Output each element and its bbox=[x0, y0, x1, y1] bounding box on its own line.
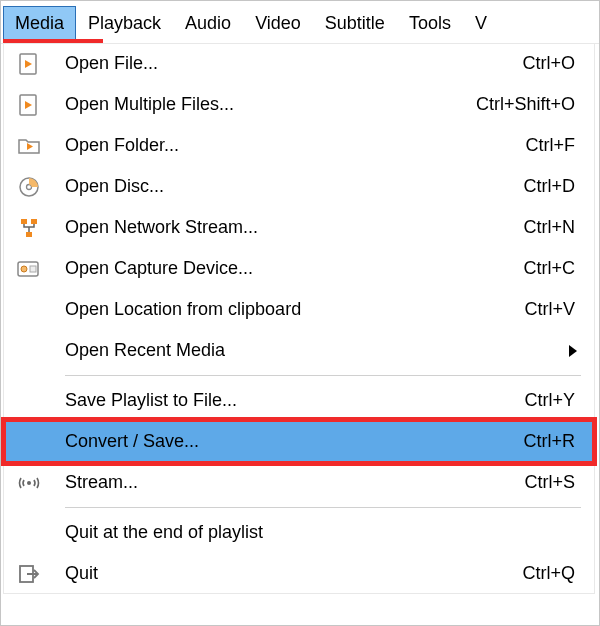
capture-icon bbox=[17, 257, 41, 281]
menu-label: Open Location from clipboard bbox=[65, 299, 524, 320]
menu-stream[interactable]: Stream... Ctrl+S bbox=[3, 462, 595, 503]
blank-icon bbox=[17, 339, 41, 363]
quit-icon bbox=[17, 562, 41, 586]
menu-shortcut: Ctrl+Shift+O bbox=[476, 94, 579, 115]
blank-icon bbox=[17, 521, 41, 545]
menu-subtitle[interactable]: Subtitle bbox=[313, 6, 397, 40]
menu-label: Stream... bbox=[65, 472, 524, 493]
svg-rect-12 bbox=[30, 266, 36, 272]
media-dropdown: Open File... Ctrl+O Open Multiple Files.… bbox=[3, 43, 595, 594]
svg-point-6 bbox=[27, 184, 32, 189]
window: Media Playback Audio Video Subtitle Tool… bbox=[0, 0, 600, 626]
menu-label: Open Multiple Files... bbox=[65, 94, 476, 115]
menu-convert-save[interactable]: Convert / Save... Ctrl+R bbox=[3, 421, 595, 462]
menu-playback[interactable]: Playback bbox=[76, 6, 173, 40]
menu-shortcut: Ctrl+C bbox=[523, 258, 579, 279]
menu-shortcut: Ctrl+D bbox=[523, 176, 579, 197]
svg-rect-9 bbox=[26, 232, 32, 237]
svg-point-14 bbox=[27, 481, 31, 485]
menu-open-folder[interactable]: Open Folder... Ctrl+F bbox=[3, 125, 595, 166]
menu-shortcut: Ctrl+V bbox=[524, 299, 579, 320]
file-play-icon bbox=[17, 93, 41, 117]
menu-label: Save Playlist to File... bbox=[65, 390, 524, 411]
menu-shortcut: Ctrl+N bbox=[523, 217, 579, 238]
submenu-arrow-icon bbox=[569, 345, 579, 357]
menu-label: Quit bbox=[65, 563, 522, 584]
menu-shortcut: Ctrl+O bbox=[522, 53, 579, 74]
blank-icon bbox=[17, 430, 41, 454]
menu-quit-end-playlist[interactable]: Quit at the end of playlist bbox=[3, 512, 595, 553]
menu-label: Quit at the end of playlist bbox=[65, 522, 575, 543]
svg-marker-13 bbox=[569, 345, 577, 357]
svg-rect-8 bbox=[31, 219, 37, 224]
svg-point-11 bbox=[21, 266, 27, 272]
svg-rect-7 bbox=[21, 219, 27, 224]
menu-open-disc[interactable]: Open Disc... Ctrl+D bbox=[3, 166, 595, 207]
stream-icon bbox=[17, 471, 41, 495]
network-icon bbox=[17, 216, 41, 240]
file-play-icon bbox=[17, 52, 41, 76]
menubar: Media Playback Audio Video Subtitle Tool… bbox=[1, 1, 599, 44]
menu-shortcut: Ctrl+R bbox=[523, 431, 579, 452]
menu-open-multiple-files[interactable]: Open Multiple Files... Ctrl+Shift+O bbox=[3, 84, 595, 125]
menu-shortcut: Ctrl+Y bbox=[524, 390, 579, 411]
menu-label: Convert / Save... bbox=[65, 431, 523, 452]
menu-media[interactable]: Media bbox=[3, 6, 76, 40]
menu-open-location-clipboard[interactable]: Open Location from clipboard Ctrl+V bbox=[3, 289, 595, 330]
separator bbox=[65, 507, 581, 508]
menu-trunc[interactable]: V bbox=[463, 6, 499, 40]
menu-open-recent-media[interactable]: Open Recent Media bbox=[3, 330, 595, 371]
menu-video[interactable]: Video bbox=[243, 6, 313, 40]
blank-icon bbox=[17, 389, 41, 413]
menu-open-capture-device[interactable]: Open Capture Device... Ctrl+C bbox=[3, 248, 595, 289]
menu-shortcut: Ctrl+F bbox=[526, 135, 580, 156]
menu-label: Open File... bbox=[65, 53, 522, 74]
menu-shortcut: Ctrl+S bbox=[524, 472, 579, 493]
menu-open-network-stream[interactable]: Open Network Stream... Ctrl+N bbox=[3, 207, 595, 248]
menu-label: Open Folder... bbox=[65, 135, 526, 156]
menu-label: Open Recent Media bbox=[65, 340, 557, 361]
menu-save-playlist[interactable]: Save Playlist to File... Ctrl+Y bbox=[3, 380, 595, 421]
menu-shortcut: Ctrl+Q bbox=[522, 563, 579, 584]
menu-label: Open Capture Device... bbox=[65, 258, 523, 279]
folder-play-icon bbox=[17, 134, 41, 158]
blank-icon bbox=[17, 298, 41, 322]
menu-label: Open Disc... bbox=[65, 176, 523, 197]
menu-audio[interactable]: Audio bbox=[173, 6, 243, 40]
disc-icon bbox=[17, 175, 41, 199]
menu-label: Open Network Stream... bbox=[65, 217, 523, 238]
separator bbox=[65, 375, 581, 376]
menu-open-file[interactable]: Open File... Ctrl+O bbox=[3, 43, 595, 84]
menu-quit[interactable]: Quit Ctrl+Q bbox=[3, 553, 595, 594]
menu-tools[interactable]: Tools bbox=[397, 6, 463, 40]
